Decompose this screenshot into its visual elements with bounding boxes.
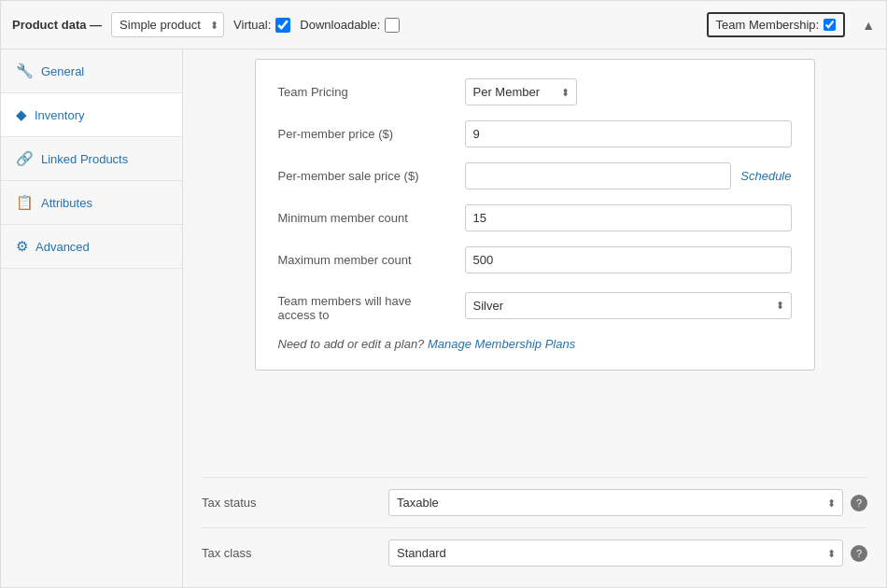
per-member-price-row: Per-member price ($) — [278, 120, 792, 147]
tax-status-help-icon[interactable]: ? — [851, 495, 867, 511]
virtual-label: Virtual: — [233, 18, 271, 32]
schedule-link[interactable]: Schedule — [740, 169, 791, 183]
list-icon: 📋 — [16, 194, 34, 211]
access-select[interactable]: Silver Gold Platinum — [465, 292, 792, 319]
per-member-price-input[interactable] — [465, 120, 792, 147]
per-member-sale-price-input[interactable] — [465, 162, 732, 189]
access-label: Team members will have access to — [278, 288, 465, 322]
sidebar-item-inventory[interactable]: ◆ Inventory — [1, 93, 182, 137]
team-membership-label: Team Membership: — [716, 18, 820, 32]
tax-class-help-icon[interactable]: ? — [851, 545, 867, 562]
tax-status-select-wrapper[interactable]: Taxable Shipping only None ⬍ — [388, 489, 843, 516]
access-select-wrapper[interactable]: Silver Gold Platinum ⬍ — [465, 292, 792, 319]
collapse-arrow[interactable]: ▲ — [862, 18, 875, 33]
minimum-count-row: Minimum member count — [278, 204, 792, 231]
maximum-count-label: Maximum member count — [278, 253, 465, 267]
sidebar-item-attributes[interactable]: 📋 Attributes — [1, 181, 182, 225]
downloadable-checkbox[interactable] — [385, 18, 400, 33]
team-pricing-row: Team Pricing Per Member Per Team ⬍ — [278, 78, 792, 105]
modal-panel: Team Pricing Per Member Per Team ⬍ Per-m… — [255, 59, 815, 371]
per-member-sale-price-row: Per-member sale price ($) Schedule — [278, 162, 792, 189]
product-type-select[interactable]: Simple product — [111, 12, 224, 37]
team-membership-box: Team Membership: — [707, 12, 846, 37]
sidebar-label-inventory: Inventory — [35, 108, 84, 122]
link-icon: 🔗 — [16, 150, 34, 167]
tax-status-row: Tax status Taxable Shipping only None ⬍ … — [202, 477, 867, 527]
downloadable-checkbox-group: Downloadable: — [300, 18, 400, 33]
product-data-bar: Product data — Simple product Virtual: D… — [0, 0, 887, 49]
sidebar-item-advanced[interactable]: ⚙ Advanced — [1, 225, 182, 269]
product-data-label: Product data — — [12, 18, 102, 32]
virtual-checkbox-group: Virtual: — [233, 18, 290, 33]
tax-status-select[interactable]: Taxable Shipping only None — [388, 489, 843, 516]
tax-class-label: Tax class — [202, 546, 388, 560]
per-member-sale-price-label: Per-member sale price ($) — [278, 169, 465, 183]
tax-class-row: Tax class Standard Reduced rate Zero rat… — [202, 527, 867, 578]
maximum-count-input[interactable] — [465, 246, 792, 273]
team-pricing-select[interactable]: Per Member Per Team — [465, 78, 577, 105]
tax-class-select-wrapper[interactable]: Standard Reduced rate Zero rate ⬍ — [388, 539, 843, 567]
sidebar-item-linked-products[interactable]: 🔗 Linked Products — [1, 137, 182, 181]
virtual-checkbox[interactable] — [275, 18, 290, 33]
product-type-wrapper[interactable]: Simple product — [111, 12, 224, 37]
wrench-icon: 🔧 — [16, 63, 34, 79]
tax-status-label: Tax status — [202, 496, 388, 510]
minimum-count-input[interactable] — [465, 204, 792, 231]
sidebar-label-linked-products: Linked Products — [41, 152, 128, 166]
downloadable-label: Downloadable: — [300, 18, 380, 32]
team-pricing-select-wrapper[interactable]: Per Member Per Team ⬍ — [465, 78, 577, 105]
sidebar-label-attributes: Attributes — [41, 196, 92, 210]
gear-icon: ⚙ — [16, 238, 28, 255]
sidebar-label-general: General — [41, 64, 84, 78]
sidebar-label-advanced: Advanced — [35, 240, 90, 254]
maximum-count-row: Maximum member count — [278, 246, 792, 273]
manage-plans-row: Need to add or edit a plan? Manage Membe… — [278, 337, 792, 351]
team-membership-checkbox[interactable] — [824, 19, 836, 31]
team-pricing-label: Team Pricing — [278, 85, 465, 99]
per-member-price-label: Per-member price ($) — [278, 127, 465, 141]
manage-plans-link[interactable]: Manage Membership Plans — [428, 337, 575, 351]
minimum-count-label: Minimum member count — [278, 211, 465, 225]
sidebar: 🔧 General ◆ Inventory 🔗 Linked Products … — [1, 49, 183, 587]
sidebar-item-general[interactable]: 🔧 General — [1, 49, 182, 93]
main-content: 🔧 General ◆ Inventory 🔗 Linked Products … — [0, 49, 887, 588]
tax-class-select[interactable]: Standard Reduced rate Zero rate — [388, 539, 843, 567]
bottom-rows: Tax status Taxable Shipping only None ⬍ … — [183, 477, 886, 587]
manage-plans-text: Need to add or edit a plan? — [278, 337, 425, 351]
access-row: Team members will have access to Silver … — [278, 288, 792, 322]
diamond-icon: ◆ — [16, 106, 27, 123]
right-panel: Team Pricing Per Member Per Team ⬍ Per-m… — [183, 49, 886, 587]
